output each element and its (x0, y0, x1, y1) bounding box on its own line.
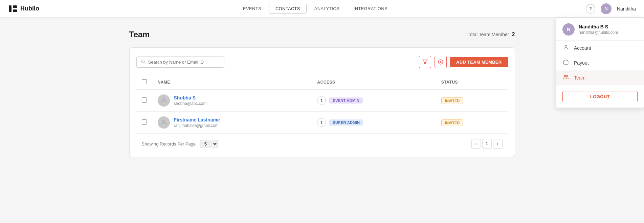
nav-analytics[interactable]: ANALYTICS (308, 4, 346, 14)
user-dropdown-menu: N Nanditha B S nanditha@hubilo.com Accou… (556, 18, 644, 108)
svg-point-12 (162, 98, 165, 101)
dropdown-user-info: N Nanditha B S nanditha@hubilo.com (556, 18, 644, 41)
access-cell: 1 SUPER ADMIN (312, 112, 436, 134)
search-input[interactable] (148, 60, 220, 65)
table-row: Shobha S shobha@abc.com 1 EVENT ADMIN IN… (136, 90, 508, 112)
main-content: Team Total Team Member 2 (102, 18, 542, 169)
access-badge: SUPER ADMIN (329, 119, 363, 126)
records-per-page: Showing Records Per Page 5102550 (142, 140, 218, 148)
logo[interactable]: Hubilo (8, 4, 49, 14)
access-count: 1 (317, 118, 326, 127)
table-footer: Showing Records Per Page 5102550 ‹ 1 › (136, 134, 508, 149)
svg-point-13 (162, 120, 165, 122)
download-button[interactable] (435, 56, 447, 68)
nav-integrations[interactable]: INTEGRATIONS (347, 4, 394, 14)
table-row: Firstname Lastname ranjithabs94@gmail.co… (136, 112, 508, 134)
svg-point-7 (141, 60, 144, 63)
svg-marker-9 (423, 60, 427, 64)
total-member-info: Total Team Member 2 (467, 31, 515, 38)
header: Hubilo EVENTS CONTACTS ANALYTICS INTEGRA… (0, 0, 644, 18)
select-all-checkbox[interactable] (142, 79, 147, 84)
dropdown-user-details: Nanditha B S nanditha@hubilo.com (579, 24, 618, 35)
dropdown-team-item[interactable]: Team (556, 70, 644, 85)
member-cell: Firstname Lastname ranjithabs94@gmail.co… (152, 112, 312, 134)
svg-rect-2 (13, 9, 17, 12)
nav-contacts[interactable]: CONTACTS (269, 4, 307, 14)
next-page-button[interactable]: › (493, 139, 503, 149)
dropdown-logout-section: LOGOUT (556, 87, 644, 102)
hubilo-logo-icon (8, 4, 18, 14)
col-name: NAME (152, 75, 312, 90)
col-access: ACCESS (312, 75, 436, 90)
prev-page-button[interactable]: ‹ (471, 139, 481, 149)
member-name[interactable]: Firstname Lastname (174, 117, 220, 122)
status-cell: INVITED (436, 112, 508, 134)
total-count: 2 (512, 31, 515, 37)
filter-button[interactable] (419, 56, 431, 68)
member-avatar (158, 116, 170, 129)
per-page-select[interactable]: 5102550 (200, 140, 218, 148)
team-label: Team (574, 75, 585, 81)
help-button[interactable]: ? (586, 4, 595, 14)
col-status: STATUS (436, 75, 508, 90)
user-name-label[interactable]: Nanditha (617, 6, 636, 12)
logout-button[interactable]: LOGOUT (562, 91, 638, 102)
dropdown-payout-item[interactable]: Payout (556, 55, 644, 70)
dropdown-account-item[interactable]: Account (556, 41, 644, 55)
payout-label: Payout (574, 60, 589, 66)
dropdown-user-email: nanditha@hubilo.com (579, 30, 618, 35)
search-box[interactable] (136, 57, 224, 68)
dropdown-avatar: N (562, 23, 575, 36)
row-checkbox[interactable] (142, 97, 147, 103)
row-checkbox-cell (136, 90, 152, 112)
table-body: Shobha S shobha@abc.com 1 EVENT ADMIN IN… (136, 90, 508, 134)
team-table: NAME ACCESS STATUS (136, 75, 508, 134)
header-checkbox-cell (136, 75, 152, 90)
main-nav: EVENTS CONTACTS ANALYTICS INTEGRATIONS (49, 4, 582, 14)
payout-icon (562, 59, 569, 67)
member-name[interactable]: Shobha S (174, 95, 207, 101)
status-badge: INVITED (441, 97, 463, 104)
status-cell: INVITED (436, 90, 508, 112)
status-badge: INVITED (441, 119, 463, 126)
account-label: Account (574, 45, 591, 51)
table-header: NAME ACCESS STATUS (136, 75, 508, 90)
total-label: Total Team Member (467, 32, 509, 37)
svg-point-3 (565, 45, 567, 47)
current-page[interactable]: 1 (482, 139, 492, 149)
records-label: Showing Records Per Page (142, 141, 196, 147)
svg-rect-1 (13, 5, 17, 8)
pagination: ‹ 1 › (471, 139, 503, 149)
access-cell: 1 EVENT ADMIN (312, 90, 436, 112)
row-checkbox[interactable] (142, 119, 147, 125)
user-avatar-button[interactable]: N (601, 3, 612, 14)
svg-rect-4 (563, 61, 568, 64)
nav-events[interactable]: EVENTS (237, 4, 268, 14)
logo-text: Hubilo (20, 5, 39, 12)
dropdown-user-name: Nanditha B S (579, 24, 618, 29)
member-avatar (158, 94, 170, 107)
team-icon (562, 74, 569, 82)
svg-point-6 (567, 75, 568, 77)
team-card: ADD TEAM MEMBER NAME ACCESS STATUS (129, 47, 515, 157)
svg-line-8 (144, 62, 145, 63)
member-cell: Shobha S shobha@abc.com (152, 90, 312, 112)
access-badge: EVENT ADMIN (329, 97, 363, 104)
svg-point-5 (564, 75, 566, 77)
page-header: Team Total Team Member 2 (129, 30, 515, 39)
page-title: Team (129, 30, 150, 39)
account-icon (562, 44, 569, 52)
access-count: 1 (317, 96, 326, 105)
search-icon (141, 59, 146, 65)
add-team-member-button[interactable]: ADD TEAM MEMBER (450, 57, 508, 67)
member-email: ranjithabs94@gmail.com (174, 123, 220, 128)
toolbar: ADD TEAM MEMBER (136, 56, 508, 68)
header-right: ? N Nanditha (582, 3, 636, 14)
member-email: shobha@abc.com (174, 101, 207, 106)
row-checkbox-cell (136, 112, 152, 134)
toolbar-actions: ADD TEAM MEMBER (419, 56, 508, 68)
svg-rect-0 (9, 5, 12, 12)
